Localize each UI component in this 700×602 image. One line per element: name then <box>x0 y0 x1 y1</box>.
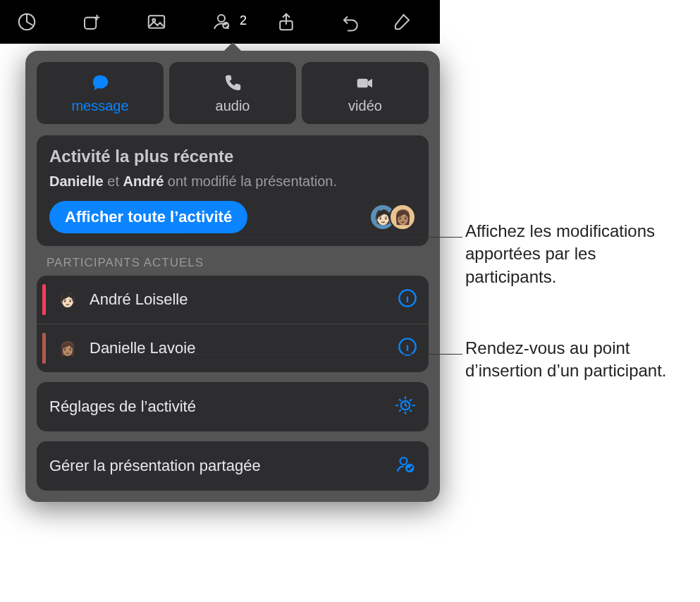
participant-color-bar <box>42 284 46 315</box>
info-icon[interactable] <box>398 337 417 360</box>
callout-line <box>183 354 462 355</box>
activity-settings-row[interactable]: Réglages de l’activité <box>37 382 429 431</box>
callout-text: Affichez les modifications apportées par… <box>465 220 691 288</box>
shape-plus-icon[interactable] <box>75 5 109 39</box>
activity-title: Activité la plus récente <box>49 147 416 166</box>
avatar: 🧑🏻 <box>54 286 81 313</box>
audio-label: audio <box>216 98 250 114</box>
message-button[interactable]: message <box>37 62 164 124</box>
activity-card: Activité la plus récente Danielle et And… <box>37 135 429 246</box>
message-label: message <box>71 98 128 114</box>
contact-segmented: message audio vidéo <box>37 62 429 124</box>
callout-line <box>180 237 462 238</box>
svg-rect-7 <box>357 78 368 87</box>
svg-point-4 <box>218 15 225 22</box>
collaborate-check-icon <box>395 454 416 478</box>
toolbar: 2 <box>0 0 440 44</box>
participants-list: 🧑🏻 André Loiselle 👩🏽 Danielle Lavoie <box>37 276 429 372</box>
activity-name-2: André <box>123 173 164 189</box>
audio-button[interactable]: audio <box>169 62 296 124</box>
activity-text: Danielle et André ont modifié la présent… <box>49 173 416 190</box>
gear-clock-icon <box>395 395 416 419</box>
info-icon[interactable] <box>398 288 417 311</box>
svg-point-11 <box>400 457 407 465</box>
participant-row[interactable]: 🧑🏻 André Loiselle <box>37 276 429 324</box>
brush-icon[interactable] <box>385 5 419 39</box>
avatar: 👩🏽 <box>389 204 416 231</box>
avatar: 👩🏽 <box>54 335 81 362</box>
participants-header: PARTICIPANTS ACTUELS <box>47 256 429 270</box>
activity-avatars: 🧑🏻 👩🏽 <box>376 204 416 231</box>
collab-count: 2 <box>240 13 247 28</box>
video-button[interactable]: vidéo <box>302 62 429 124</box>
undo-icon[interactable] <box>334 5 368 39</box>
svg-rect-1 <box>85 18 96 29</box>
image-icon[interactable] <box>140 5 173 39</box>
participant-name: Danielle Lavoie <box>90 339 389 357</box>
pie-icon[interactable] <box>10 5 44 39</box>
manage-shared-label: Gérer la présentation partagée <box>49 457 261 475</box>
video-label: vidéo <box>348 98 382 114</box>
collaborate-icon[interactable]: 2 <box>204 5 238 39</box>
svg-rect-2 <box>149 16 165 28</box>
share-icon[interactable] <box>269 5 303 39</box>
show-all-activity-button[interactable]: Afficher toute l’activité <box>49 201 247 233</box>
participant-row[interactable]: 👩🏽 Danielle Lavoie <box>37 324 429 372</box>
activity-name-1: Danielle <box>49 173 104 189</box>
collaboration-popover: message audio vidéo Activité la plus réc… <box>25 51 440 502</box>
participant-color-bar <box>42 333 46 364</box>
callout-text: Rendez-vous au point d’insertion d’un pa… <box>465 337 691 383</box>
participant-name: André Loiselle <box>90 290 389 309</box>
activity-settings-label: Réglages de l’activité <box>49 398 196 416</box>
manage-shared-row[interactable]: Gérer la présentation partagée <box>37 441 429 491</box>
